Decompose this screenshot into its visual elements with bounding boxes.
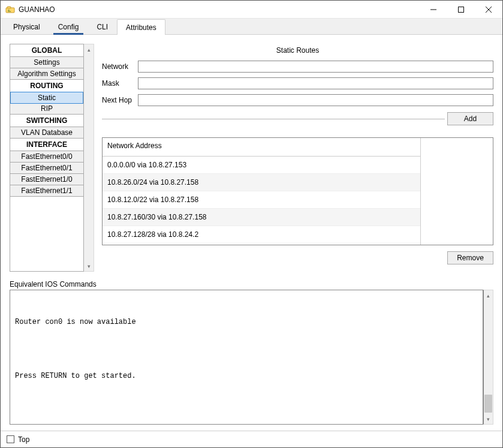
- next-hop-input[interactable]: [138, 94, 493, 106]
- remove-row: Remove: [102, 251, 493, 264]
- console-wrap: ▴ ▾: [10, 290, 493, 425]
- ios-commands-label: Equivalent IOS Commands: [10, 280, 493, 288]
- tab-label: CLI: [97, 23, 108, 31]
- sidebar-container: GLOBAL Settings Algorithm Settings ROUTI…: [10, 44, 95, 272]
- sidebar-item-static[interactable]: Static: [10, 92, 83, 104]
- tab-config[interactable]: Config: [49, 19, 88, 34]
- console-scrollbar[interactable]: ▴ ▾: [483, 290, 493, 425]
- scroll-track[interactable]: [484, 300, 493, 414]
- sidebar-header-routing: ROUTING: [10, 80, 83, 92]
- sidebar-item-vlan-database[interactable]: VLAN Database: [10, 127, 83, 139]
- route-row[interactable]: 10.8.27.128/28 via 10.8.24.2: [103, 226, 420, 243]
- close-button[interactable]: [475, 1, 502, 18]
- add-button[interactable]: Add: [447, 112, 493, 125]
- scroll-track[interactable]: [84, 55, 94, 261]
- sidebar-item-fe1-0[interactable]: FastEthernet1/0: [10, 174, 83, 185]
- tab-attributes[interactable]: Attributes: [117, 19, 165, 35]
- network-row: Network: [102, 61, 493, 73]
- network-label: Network: [102, 62, 138, 71]
- sidebar-header-global: GLOBAL: [10, 44, 83, 57]
- mask-label: Mask: [102, 79, 138, 88]
- remove-button[interactable]: Remove: [447, 251, 493, 264]
- top-label: Top: [18, 435, 29, 444]
- sidebar-scrollbar[interactable]: ▴ ▾: [84, 44, 94, 272]
- scroll-thumb[interactable]: [484, 395, 492, 413]
- top-checkbox[interactable]: [7, 435, 14, 443]
- tab-physical[interactable]: Physical: [4, 19, 49, 34]
- sidebar-item-algorithm-settings[interactable]: Algorithm Settings: [10, 68, 83, 80]
- routes-table: Network Address 0.0.0.0/0 via 10.8.27.15…: [102, 137, 493, 245]
- tab-label: Physical: [13, 23, 40, 31]
- sidebar-item-fe0-0[interactable]: FastEthernet0/0: [10, 151, 83, 163]
- minimize-button[interactable]: [420, 1, 447, 18]
- sidebar-header-switching: SWITCHING: [10, 115, 83, 127]
- scroll-down-icon[interactable]: ▾: [84, 261, 94, 271]
- bottom-bar: Top: [1, 431, 502, 447]
- scroll-up-icon[interactable]: ▴: [84, 44, 94, 55]
- sidebar-item-rip[interactable]: RIP: [10, 103, 83, 115]
- divider: [102, 119, 445, 119]
- sidebar-item-fe0-1[interactable]: FastEthernet0/1: [10, 163, 83, 174]
- window-title: GUANHAO: [19, 5, 55, 14]
- network-input[interactable]: [138, 61, 493, 73]
- mask-row: Mask: [102, 77, 493, 89]
- svg-rect-1: [7, 7, 11, 8]
- maximize-button[interactable]: [447, 1, 475, 18]
- tabs: Physical Config CLI Attributes: [1, 19, 502, 35]
- next-hop-row: Next Hop: [102, 94, 493, 106]
- ios-console[interactable]: [10, 290, 483, 425]
- tab-label: Config: [58, 23, 79, 31]
- scroll-up-icon[interactable]: ▴: [484, 290, 493, 300]
- titlebar: GUANHAO: [1, 1, 502, 19]
- app-window: GUANHAO Physical Config CLI Attributes G…: [0, 0, 503, 448]
- sidebar-header-interface: INTERFACE: [10, 139, 83, 151]
- add-row: Add: [102, 112, 493, 125]
- routes-list[interactable]: Network Address 0.0.0.0/0 via 10.8.27.15…: [103, 138, 421, 245]
- route-row[interactable]: 10.8.12.0/22 via 10.8.27.158: [103, 191, 420, 209]
- tab-label: Attributes: [126, 23, 156, 32]
- sidebar-item-settings[interactable]: Settings: [10, 57, 83, 68]
- panel-title: Static Routes: [102, 44, 493, 61]
- upper-pane: GLOBAL Settings Algorithm Settings ROUTI…: [10, 44, 493, 272]
- routes-side-gutter: [421, 138, 493, 245]
- route-row[interactable]: 10.8.26.0/24 via 10.8.27.158: [103, 174, 420, 191]
- svg-rect-3: [459, 7, 464, 12]
- tab-underline: [53, 33, 84, 35]
- sidebar: GLOBAL Settings Algorithm Settings ROUTI…: [10, 44, 84, 272]
- static-routes-panel: Static Routes Network Mask Next Hop Add: [102, 44, 493, 272]
- app-icon: [5, 5, 15, 14]
- sidebar-item-fe1-1[interactable]: FastEthernet1/1: [10, 185, 83, 197]
- next-hop-label: Next Hop: [102, 96, 138, 104]
- scroll-down-icon[interactable]: ▾: [484, 414, 493, 424]
- mask-input[interactable]: [138, 77, 493, 89]
- route-row[interactable]: 0.0.0.0/0 via 10.8.27.153: [103, 157, 420, 174]
- route-row[interactable]: 10.8.27.160/30 via 10.8.27.158: [103, 209, 420, 226]
- routes-header: Network Address: [103, 138, 420, 157]
- tab-cli[interactable]: CLI: [88, 19, 117, 34]
- body: GLOBAL Settings Algorithm Settings ROUTI…: [1, 35, 502, 431]
